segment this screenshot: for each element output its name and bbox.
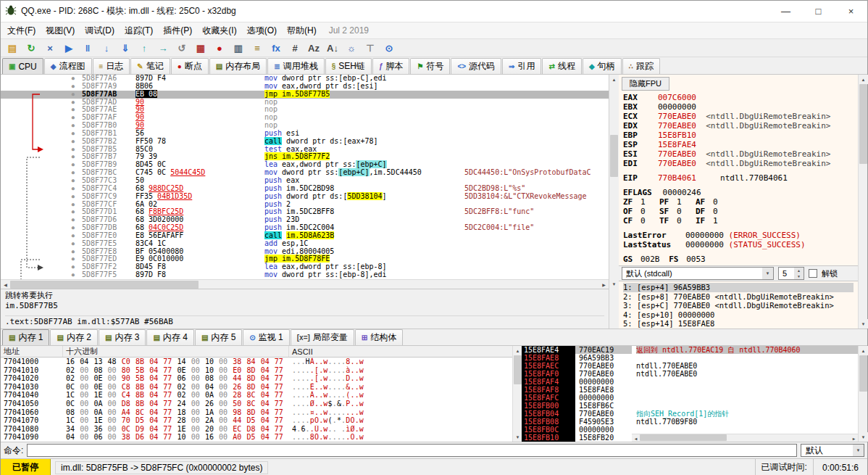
tab-handles[interactable]: ◆句柄 [583,58,622,74]
esi-value[interactable]: 770EABE0 [658,149,696,159]
log-button[interactable]: ≡ [249,40,266,56]
find-strings-button[interactable]: Az [305,40,322,56]
close-button[interactable]: × [835,1,867,22]
ebx-value[interactable]: 00000000 [658,102,696,112]
flag-sf[interactable]: SF [659,207,677,216]
scroll-up-icon[interactable]: ▲ [859,75,868,84]
chevron-down-icon[interactable]: ▼ [853,445,864,456]
flag-if[interactable]: IF [696,216,713,226]
call-arg[interactable]: 3: [esp+C] 770EABE0 <ntdll.DbgUiRemoteBr… [623,301,854,310]
dump-row[interactable]: 770410401C001E00C48B047702000A00288C0477… [1,391,512,400]
esp-value[interactable]: 15E8FAE4 [658,140,696,149]
breakpoint-dot-icon[interactable]: ● [72,138,75,145]
tab-trace[interactable]: ∴跟踪 [622,58,660,74]
tab-dump5[interactable]: ▤内存 5 [195,329,242,345]
tab-dump3[interactable]: ▤内存 3 [99,329,146,345]
stack-row[interactable]: 15E8FAF400000000 [522,378,632,386]
breakpoint-dot-icon[interactable]: ● [72,263,75,270]
flag-cf[interactable]: CF [623,216,640,226]
dump-row[interactable]: 7704101002000800805B04770E001000E08D0477… [1,366,512,375]
stack-comment[interactable] [636,426,858,434]
breakpoint-dot-icon[interactable]: ● [72,216,75,223]
dump-row[interactable]: 770410701C001E0070D5047728002A0044D50477… [1,416,512,425]
tab-dump1[interactable]: ▤内存 1 [2,329,49,345]
breakpoint-dot-icon[interactable]: ● [72,114,75,121]
registers-vscrollbar[interactable]: ▲ ▼ [858,75,867,329]
patch-button[interactable]: ▦ [192,40,209,56]
flag-tf[interactable]: TF [659,216,677,226]
chat-button[interactable]: ⊙ [380,40,398,56]
laststatus-value[interactable]: 00000000 [685,240,729,249]
stack-comment[interactable]: 返回到 ntdll.770EAC19 自 ntdll.770B4060 [636,346,858,354]
scroll-down-icon[interactable]: ▼ [609,279,619,289]
disasm-row[interactable]: ●5D8F77F5897D F8mov dword ptr ss:[ebp-8]… [1,271,609,279]
breakpoint-dot-icon[interactable]: ● [72,255,75,263]
run-button[interactable]: ▶ [60,40,78,56]
breakpoint-dot-icon[interactable]: ● [72,99,75,106]
segment-gs[interactable]: GS [623,255,640,264]
maximize-button[interactable]: □ [802,1,835,22]
stack-row[interactable]: 15E8FB08F45905E3 [522,418,632,426]
dump-row[interactable]: 7704102002000E00905B047706000800448D0477… [1,374,512,383]
chevron-down-icon[interactable]: ▼ [762,268,773,279]
disasm-hscrollbar[interactable]: ◀ ▶ [1,279,609,289]
tab-script[interactable]: ƒ脚本 [372,58,410,74]
scroll-right-icon[interactable]: ▶ [850,434,858,442]
spin-up-icon[interactable]: ▲ [794,268,804,273]
eip-value[interactable]: 770B4061 [658,173,696,183]
breakpoint-dot-icon[interactable]: ● [72,185,75,192]
step-over-button[interactable]: ⇓ [117,40,134,56]
stack-row[interactable]: 15E8FB0C00000000 [522,426,632,434]
stack-row[interactable]: 15E8FB0015E8FB6C [522,402,632,410]
dump-row[interactable]: 7704100016041348C08B04771400100038840477… [1,358,512,366]
spin-down-icon[interactable]: ▼ [794,273,804,279]
breakpoint-dot-icon[interactable]: ● [72,193,75,200]
tab-log[interactable]: ≡日志 [93,58,130,74]
breakpoint-dot-icon[interactable]: ● [72,240,75,247]
open-file-button[interactable]: ▤ [4,40,21,56]
stack-row[interactable]: 15E8FAEC770EABE0 [522,362,632,370]
stack-row[interactable]: 15E8FB04770EABE0 [522,410,632,418]
call-arg[interactable]: 5: [esp+14] 15E8FAE8 [623,319,854,329]
tab-dump4[interactable]: ▤内存 4 [146,329,193,345]
scroll-left-icon[interactable]: ◀ [1,280,10,289]
ecx-value[interactable]: 770EABE0 [658,112,696,121]
stepper-arrows[interactable]: ▲ ▼ [794,268,804,279]
breakpoint-dot-icon[interactable]: ● [72,75,75,82]
tab-watch1[interactable]: ⊙监视 1 [243,329,289,345]
calling-convention-combo[interactable]: 默认 (stdcall) ▼ [622,267,774,280]
fx-button[interactable]: fx [267,40,285,56]
flag-af[interactable]: AF [696,197,713,207]
breakpoint-dot-icon[interactable]: ● [72,146,75,153]
stack-comment[interactable] [636,378,858,386]
menu-favourites[interactable]: 收藏夹(I) [197,23,241,38]
disasm-row[interactable]: ●5D8F77C9FF35 04B1D35Dpush dword ptr ds:… [1,193,609,201]
eflags-value[interactable]: 00000246 [658,188,701,197]
settings-button[interactable]: ☼ [343,40,360,56]
minimize-button[interactable]: — [769,1,802,22]
flag-zf[interactable]: ZF [623,197,640,207]
stack-row[interactable]: 15E8FAE4770EAC19 [522,346,632,354]
breakpoint-dot-icon[interactable]: ● [72,208,75,215]
disasm-vscrollbar[interactable]: ▲ ▼ [609,75,619,289]
arg-count-stepper[interactable]: 5 ▲ ▼ [778,267,804,280]
breakpoint-dot-icon[interactable]: ● [72,153,75,160]
restart-button[interactable]: ↻ [22,40,40,56]
scroll-down-icon[interactable]: ▼ [859,432,868,442]
tab-graph[interactable]: ◈流程图 [44,58,92,74]
disasm-row[interactable]: ●5D8F77ABEB 08jmp im.5D8F77B5 [1,91,609,99]
breakpoint-dot-icon[interactable]: ● [72,169,75,176]
topmost-button[interactable]: ⊤ [362,40,379,56]
breakpoint-dot-icon[interactable]: ● [72,161,75,168]
stack-vscrollbar[interactable]: ▲ ▼ [858,346,867,442]
lasterror-value[interactable]: 00000000 [685,231,729,240]
breakpoint-dot-icon[interactable]: ● [72,91,75,98]
menu-debug[interactable]: 调试(D) [80,23,120,38]
tab-notes[interactable]: ✎笔记 [130,58,170,74]
menu-help[interactable]: 帮助(H) [282,23,322,38]
menu-file[interactable]: 文件(F) [2,23,41,38]
tab-source[interactable]: <>源代码 [451,58,501,74]
stack-comment[interactable] [636,386,858,394]
pause-button[interactable]: ‖ [79,40,96,56]
assemble-button[interactable]: # [286,40,304,56]
